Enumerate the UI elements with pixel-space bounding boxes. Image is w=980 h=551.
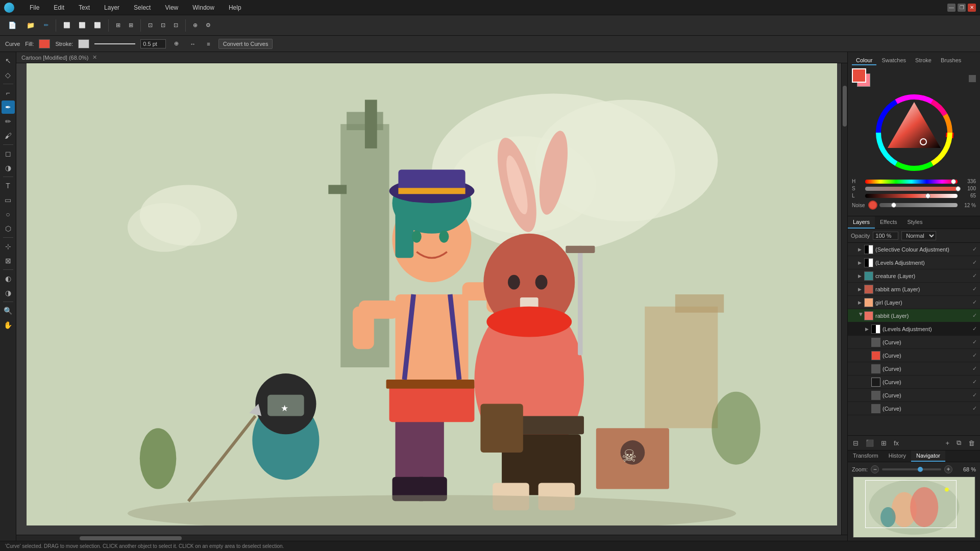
preferences-button[interactable]: ⚙	[203, 20, 214, 31]
text-tool[interactable]: T	[2, 179, 15, 192]
new-layer-button[interactable]: +	[943, 438, 951, 448]
visibility-icon[interactable]: ✓	[972, 379, 977, 385]
snap-button[interactable]: ⊞	[113, 20, 124, 31]
view-button[interactable]: ⊕	[190, 20, 201, 31]
delete-layer-button[interactable]: 🗑	[966, 438, 977, 448]
menu-text[interactable]: Text	[76, 2, 93, 13]
primary-color-swatch[interactable]	[852, 68, 866, 83]
zoom-in-button[interactable]: +	[944, 465, 952, 473]
new-document-button[interactable]: 📄	[4, 18, 20, 33]
layer-curve-5[interactable]: ▶ (Curve) ✓	[848, 389, 980, 402]
add-mask-button[interactable]: ⬛	[864, 438, 876, 448]
slice-tool[interactable]: ⊠	[2, 254, 15, 267]
visibility-icon[interactable]: ✓	[972, 325, 977, 332]
visibility-icon[interactable]: ✓	[972, 246, 977, 253]
visibility-icon[interactable]: ✓	[972, 312, 977, 319]
layer-rabbit[interactable]: ▶ rabbit (Layer) ✓	[848, 309, 980, 322]
stroke-end-btn[interactable]: ↔	[187, 39, 199, 49]
noise-track[interactable]	[879, 203, 958, 207]
menu-edit[interactable]: Edit	[51, 2, 67, 13]
stroke-tab[interactable]: Stroke	[911, 56, 936, 65]
navigator-preview[interactable]	[853, 477, 975, 538]
menu-file[interactable]: File	[27, 2, 42, 13]
zoom-tool[interactable]: 🔍	[2, 304, 15, 317]
gradient-swatch[interactable]	[960, 75, 967, 82]
menu-view[interactable]: View	[162, 2, 181, 13]
persona-draw-button[interactable]: ✏	[41, 20, 52, 31]
stroke-color-swatch[interactable]	[78, 39, 89, 48]
expand-icon[interactable]: ▶	[858, 247, 864, 252]
stroke-width-input[interactable]	[140, 39, 166, 48]
pan-tool[interactable]: ✋	[2, 318, 15, 332]
expand-icon[interactable]: ▶	[858, 260, 864, 265]
none-swatch[interactable]	[969, 75, 976, 82]
history-tab[interactable]: History	[884, 450, 911, 462]
effects-tab[interactable]: Effects	[875, 216, 902, 229]
visibility-icon[interactable]: ✓	[972, 392, 977, 398]
zoom-slider[interactable]	[882, 468, 941, 470]
expand-icon[interactable]: ▶	[858, 287, 864, 292]
gradient-tool[interactable]: ◐	[2, 272, 15, 285]
blend-mode-select[interactable]: Normal Multiply Screen Overlay	[901, 231, 936, 240]
transform-tab[interactable]: Transform	[848, 450, 884, 462]
hue-track[interactable]	[865, 180, 958, 184]
align-center-button[interactable]: ⬜	[76, 20, 89, 31]
ellipse-tool[interactable]: ○	[2, 208, 15, 221]
styles-tab[interactable]: Styles	[902, 216, 927, 229]
noise-thumb[interactable]	[891, 203, 896, 208]
fill-tool[interactable]: ◑	[2, 161, 15, 174]
noise-color-btn[interactable]	[868, 201, 877, 210]
brushes-tab[interactable]: Brushes	[937, 56, 965, 65]
pen-tool[interactable]: ✒	[2, 101, 15, 114]
nav-viewport-rect[interactable]	[865, 480, 957, 528]
grid-button[interactable]: ⊞	[126, 20, 136, 31]
brush-tool[interactable]: 🖌	[2, 129, 15, 142]
arrange-button[interactable]: ⊡	[158, 20, 168, 31]
zoom-thumb[interactable]	[918, 467, 923, 472]
path-button[interactable]: ⊡	[170, 20, 181, 31]
layer-girl[interactable]: ▶ girl (Layer) ✓	[848, 296, 980, 309]
colour-tab[interactable]: Colour	[852, 56, 876, 65]
close-button[interactable]: ✕	[968, 4, 976, 12]
opacity-input[interactable]	[873, 232, 898, 240]
menu-layer[interactable]: Layer	[101, 2, 122, 13]
crop-tool[interactable]: ⊹	[2, 240, 15, 253]
layer-curve-3[interactable]: ▶ (Curve) ✓	[848, 362, 980, 375]
maximize-button[interactable]: ❐	[958, 4, 966, 12]
fx-button[interactable]: fx	[892, 438, 901, 448]
expand-icon[interactable]: ▶	[859, 313, 864, 319]
horizontal-scrollbar[interactable]	[16, 535, 847, 541]
color-picker-area[interactable]	[852, 92, 976, 173]
saturation-thumb[interactable]	[955, 186, 961, 191]
corner-tool[interactable]: ⌐	[2, 86, 15, 99]
visibility-icon[interactable]: ✓	[972, 299, 977, 306]
erase-tool[interactable]: ◻	[2, 147, 15, 160]
stroke-align-btn[interactable]: ⊕	[171, 38, 182, 49]
align-right-button[interactable]: ⬜	[91, 20, 104, 31]
v-scroll-thumb[interactable]	[843, 86, 847, 127]
stroke-style-btn[interactable]: ≡	[204, 39, 213, 49]
visibility-icon[interactable]: ✓	[972, 352, 977, 359]
layers-tab[interactable]: Layers	[848, 216, 875, 229]
visibility-icon[interactable]: ✓	[972, 365, 977, 372]
pointer-tool[interactable]: ↖	[2, 54, 15, 67]
visibility-icon[interactable]: ✓	[972, 259, 977, 266]
expand-icon[interactable]: ▶	[858, 273, 864, 279]
layer-rabbit-arm[interactable]: ▶ rabbit arm (Layer) ✓	[848, 283, 980, 296]
menu-window[interactable]: Window	[189, 2, 217, 13]
lightness-thumb[interactable]	[925, 193, 930, 198]
hue-thumb[interactable]	[951, 179, 956, 184]
swatches-tab[interactable]: Swatches	[877, 56, 910, 65]
visibility-icon[interactable]: ✓	[972, 272, 977, 279]
convert-to-curves-button[interactable]: Convert to Curves	[218, 39, 273, 49]
layer-levels-1[interactable]: ▶ (Levels Adjustment) ✓	[848, 256, 980, 269]
saturation-track[interactable]	[865, 187, 958, 191]
visibility-icon[interactable]: ✓	[972, 286, 977, 292]
layer-curve-1[interactable]: ▶ (Curve) ✓	[848, 336, 980, 349]
menu-help[interactable]: Help	[226, 2, 244, 13]
collapse-layers-button[interactable]: ⊟	[851, 438, 861, 448]
polygon-tool[interactable]: ⬡	[2, 222, 15, 235]
expand-icon[interactable]: ▶	[865, 327, 871, 332]
layer-selective-colour[interactable]: ▶ (Selective Colour Adjustment) ✓	[848, 243, 980, 256]
align-left-button[interactable]: ⬜	[60, 20, 74, 31]
